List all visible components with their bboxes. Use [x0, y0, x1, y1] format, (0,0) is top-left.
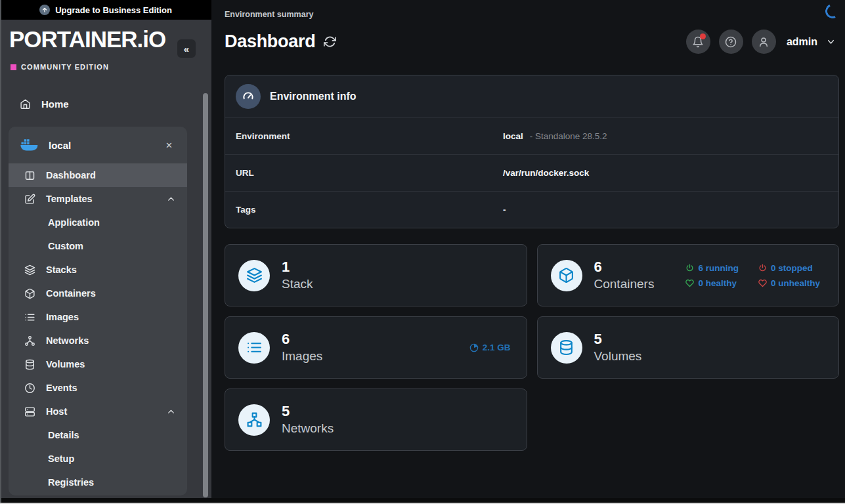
gauge-icon [236, 84, 261, 109]
environment-header[interactable]: local ✕ [9, 127, 187, 163]
sidebar-item-dashboard[interactable]: Dashboard [9, 163, 187, 187]
sidebar-item-host[interactable]: Host [9, 400, 187, 423]
upgrade-label: Upgrade to Business Edition [55, 5, 172, 15]
running-label: 6 running [698, 263, 739, 273]
chevron-up-icon[interactable] [167, 195, 175, 203]
breadcrumb: Environment summary [225, 10, 313, 19]
unhealthy-label: 0 unhealthy [771, 278, 820, 288]
chevron-up-icon[interactable] [167, 408, 175, 416]
sidebar-item-registries[interactable]: Registries [9, 471, 187, 494]
sidebar-item-home[interactable]: Home [0, 92, 211, 116]
username-label[interactable]: admin [787, 36, 817, 48]
sidebar-item-volumes[interactable]: Volumes [9, 352, 187, 376]
edition-badge: COMMUNITY EDITION [11, 63, 109, 71]
info-value: /var/run/docker.sock [503, 168, 589, 178]
sidebar-item-details[interactable]: Details [9, 423, 187, 447]
portainer-logo: PORTAINER.iO [9, 26, 165, 52]
info-value: local [503, 131, 523, 141]
user-menu-button[interactable] [752, 30, 776, 54]
networks-count: 5 [282, 403, 334, 420]
sidebar-scrollbar[interactable] [203, 93, 208, 497]
server-icon [24, 406, 35, 417]
close-environment-icon[interactable]: ✕ [163, 139, 175, 152]
containers-count: 6 [594, 259, 655, 276]
refresh-button[interactable] [324, 35, 336, 48]
info-label: Tags [236, 205, 503, 215]
edition-square-icon [11, 64, 16, 70]
layers-icon [24, 264, 35, 276]
chevron-down-icon[interactable] [826, 37, 836, 47]
sidebar-item-label: Dashboard [46, 170, 175, 180]
networks-label: Networks [282, 421, 334, 436]
home-icon [20, 98, 31, 110]
notifications-button[interactable] [686, 30, 710, 54]
running-status[interactable]: 6 running [685, 263, 739, 273]
heart-icon [758, 279, 767, 287]
edit-icon [24, 194, 35, 205]
database-icon [551, 332, 582, 364]
upgrade-arrow-icon [39, 5, 50, 15]
sidebar-item-label: Application [48, 217, 175, 228]
sidebar-item-custom[interactable]: Custom [9, 234, 187, 258]
list-icon [238, 332, 270, 364]
database-icon [24, 359, 35, 370]
sidebar-item-images[interactable]: Images [9, 305, 187, 329]
stack-count: 1 [282, 259, 313, 276]
sidebar-item-label: Stacks [46, 264, 175, 275]
info-row-tags: Tags - [225, 191, 838, 228]
info-row-environment: Environment local - Standalone 28.5.2 [225, 117, 838, 154]
docker-whale-icon [20, 138, 38, 152]
images-card[interactable]: 6 Images 2.1 GB [225, 316, 527, 379]
widget-title: Environment info [270, 91, 357, 102]
heart-icon [685, 279, 694, 287]
networks-card[interactable]: 5 Networks [225, 388, 527, 451]
layers-icon [238, 260, 270, 291]
healthy-label: 0 healthy [698, 278, 737, 288]
sidebar-item-events[interactable]: Events [9, 376, 187, 400]
volumes-label: Volumes [594, 348, 642, 364]
sidebar-item-label: Networks [46, 335, 175, 346]
sidebar-collapse-button[interactable]: « [177, 39, 196, 58]
user-icon [758, 36, 769, 48]
sidebar-item-label: Host [46, 406, 156, 417]
sidebar-item-setup[interactable]: Setup [9, 447, 187, 471]
info-value: - [503, 205, 506, 215]
cube-icon [551, 260, 582, 291]
sidebar: Upgrade to Business Edition PORTAINER.iO… [0, 0, 211, 504]
stack-card[interactable]: 1 Stack [225, 244, 527, 306]
sidebar-item-networks[interactable]: Networks [9, 329, 187, 352]
environment-name: local [49, 140, 152, 151]
help-button[interactable] [719, 30, 743, 54]
sidebar-item-label: Home [41, 98, 69, 110]
stack-label: Stack [282, 276, 313, 292]
window-frame-bottom [0, 498, 845, 503]
unhealthy-status[interactable]: 0 unhealthy [758, 278, 820, 288]
network-tree-icon [238, 404, 270, 436]
page-title: Dashboard [225, 32, 315, 52]
healthy-status[interactable]: 0 healthy [685, 278, 739, 288]
sidebar-item-label: Events [46, 383, 175, 393]
sidebar-item-label: Images [46, 312, 175, 322]
sidebar-item-label: Volumes [46, 359, 175, 369]
sidebar-item-label: Details [48, 430, 175, 440]
notification-dot [700, 33, 706, 39]
pie-chart-icon [469, 343, 479, 352]
info-row-url: URL /var/run/docker.sock [225, 154, 838, 191]
images-label: Images [282, 348, 322, 364]
images-size-label: 2.1 GB [483, 343, 511, 352]
volumes-count: 5 [594, 331, 642, 348]
stopped-status[interactable]: 0 stopped [758, 263, 820, 273]
images-size-badge: 2.1 GB [469, 343, 511, 352]
sidebar-item-stacks[interactable]: Stacks [9, 258, 187, 282]
sidebar-item-templates[interactable]: Templates [9, 187, 187, 211]
volumes-card[interactable]: 5 Volumes [537, 316, 840, 379]
sidebar-item-label: Custom [48, 241, 175, 251]
info-label: URL [236, 168, 503, 178]
dashboard-icon [24, 170, 35, 181]
upgrade-banner[interactable]: Upgrade to Business Edition [0, 0, 211, 20]
sidebar-item-containers[interactable]: Containers [9, 282, 187, 305]
containers-card[interactable]: 6 Containers 6 running 0 healthy 0 stopp… [537, 244, 840, 306]
power-icon [685, 264, 694, 272]
help-icon [725, 36, 737, 48]
sidebar-item-application[interactable]: Application [9, 211, 187, 234]
